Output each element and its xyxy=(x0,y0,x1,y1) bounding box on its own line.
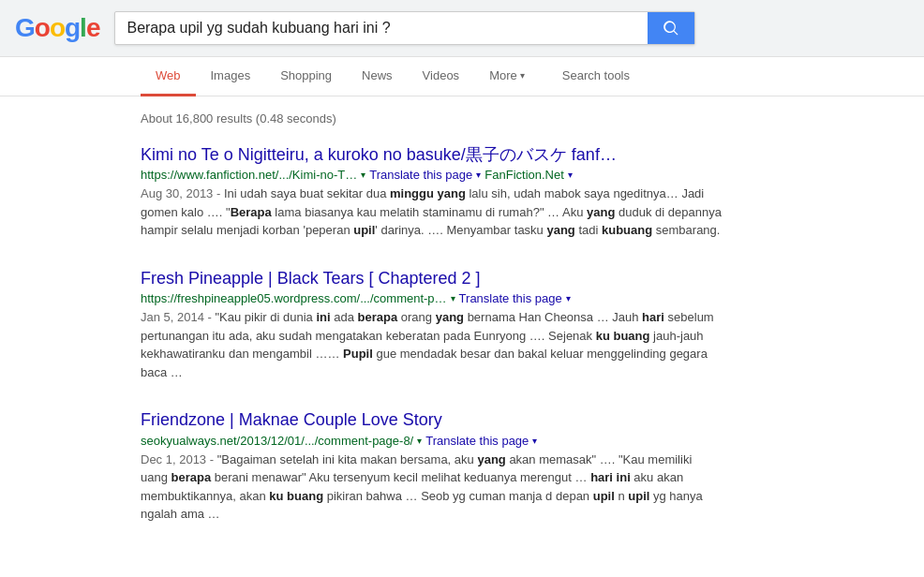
search-icon xyxy=(663,20,679,37)
logo-l: l xyxy=(80,13,86,42)
result-title[interactable]: Fresh Pineapple | Black Tears [ Chaptere… xyxy=(141,268,722,289)
tab-shopping[interactable]: Shopping xyxy=(265,57,347,96)
results-area: About 16,800 results (0.48 seconds) Kimi… xyxy=(0,96,924,563)
result-item: Friendzone | Maknae Couple Love Story se… xyxy=(141,409,722,523)
result-snippet: Aug 30, 2013 - Ini udah saya buat sekita… xyxy=(141,185,722,240)
logo-e: e xyxy=(86,13,100,42)
logo-g: G xyxy=(15,13,35,42)
result-url-arrow: ▾ xyxy=(417,436,422,446)
result-title[interactable]: Kimi no Te o Nigitteiru, a kuroko no bas… xyxy=(141,144,722,166)
search-input[interactable] xyxy=(115,12,648,44)
result-meta: Aug 30, 2013 - xyxy=(141,186,224,200)
translate-arrow: ▾ xyxy=(476,170,481,180)
tab-images[interactable]: Images xyxy=(196,57,266,96)
tab-videos[interactable]: Videos xyxy=(408,57,475,96)
result-url: seokyualways.net/2013/12/01/.../comment-… xyxy=(141,434,413,448)
tab-news[interactable]: News xyxy=(347,57,408,96)
translate-arrow: ▾ xyxy=(566,293,571,303)
translate-link[interactable]: Translate this page xyxy=(369,168,472,182)
logo-g2: g xyxy=(65,13,80,42)
header: Google xyxy=(0,0,924,57)
search-bar xyxy=(114,11,695,45)
source-arrow: ▾ xyxy=(568,170,573,180)
result-url-row: https://www.fanfiction.net/.../Kimi-no-T… xyxy=(141,168,722,182)
result-title[interactable]: Friendzone | Maknae Couple Love Story xyxy=(141,409,722,431)
result-item: Fresh Pineapple | Black Tears [ Chaptere… xyxy=(141,268,722,381)
result-meta: Jan 5, 2014 - xyxy=(141,310,216,324)
result-meta: Dec 1, 2013 - xyxy=(141,452,217,466)
result-item: Kimi no Te o Nigitteiru, a kuroko no bas… xyxy=(141,144,722,240)
results-stats: About 16,800 results (0.48 seconds) xyxy=(141,108,783,126)
result-snippet: Dec 1, 2013 - "Bagaiman setelah ini kita… xyxy=(141,451,722,524)
translate-arrow: ▾ xyxy=(532,436,537,446)
logo-o1: o xyxy=(35,13,50,42)
tab-more[interactable]: More xyxy=(474,57,540,96)
result-url: https://www.fanfiction.net/.../Kimi-no-T… xyxy=(141,168,357,182)
translate-link[interactable]: Translate this page xyxy=(425,434,529,448)
result-url-arrow: ▾ xyxy=(361,170,365,180)
logo-o2: o xyxy=(50,13,65,42)
tab-search-tools[interactable]: Search tools xyxy=(547,57,645,96)
translate-link[interactable]: Translate this page xyxy=(459,291,562,305)
result-url-row: seokyualways.net/2013/12/01/.../comment-… xyxy=(141,434,722,448)
result-snippet: Jan 5, 2014 - "Kau pikir di dunia ini ad… xyxy=(141,308,722,381)
result-url-row: https://freshpineapple05.wordpress.com/.… xyxy=(141,291,722,305)
search-button[interactable] xyxy=(648,12,694,44)
nav-tabs: Web Images Shopping News Videos More Sea… xyxy=(0,57,924,96)
result-url-arrow: ▾ xyxy=(451,293,455,303)
tab-web[interactable]: Web xyxy=(141,57,196,96)
source-name: FanFiction.Net xyxy=(484,168,564,182)
result-url: https://freshpineapple05.wordpress.com/.… xyxy=(141,291,447,305)
google-logo: Google xyxy=(15,13,99,43)
